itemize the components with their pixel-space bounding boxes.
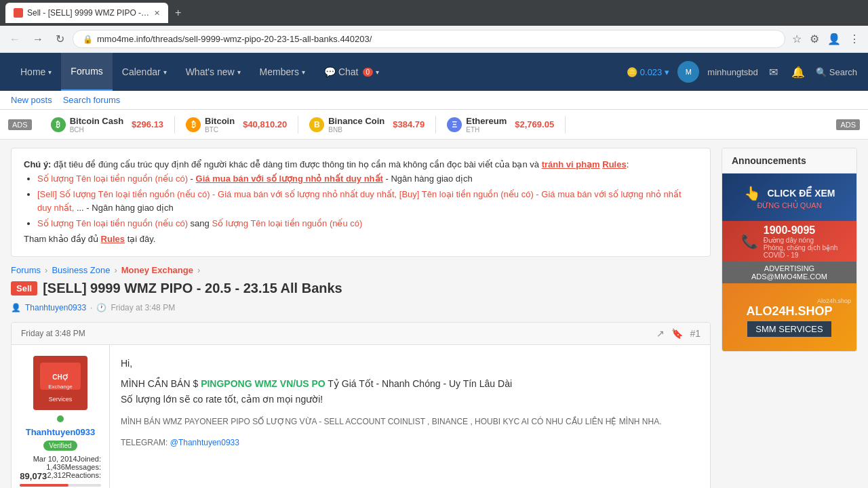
notice-rules-link[interactable]: Rules bbox=[602, 159, 626, 169]
btc-price: $40,810.20 bbox=[243, 119, 287, 129]
ad1-click-text: 👆 CLICK ĐỂ XEM bbox=[744, 185, 835, 201]
bookmark-icon[interactable]: ☆ bbox=[789, 30, 804, 48]
btc-cash-info: Bitcoin Cash BCH bbox=[70, 116, 123, 134]
nav-whatsnew[interactable]: What's new ▾ bbox=[176, 53, 250, 91]
post-container: Friday at 3:48 PM ↗ 🔖 #1 CHỢ Exchange bbox=[11, 322, 711, 488]
crypto-eth[interactable]: Ξ Ethereum ETH $2,769.05 bbox=[436, 116, 566, 134]
crypto-value-display: 🪙 0.023 ▾ bbox=[627, 67, 670, 77]
thread-title-area: Sell [SELL] 9999 WMZ PIPO - 20.5 - 23.15… bbox=[11, 281, 711, 296]
nav-members[interactable]: Members ▾ bbox=[250, 53, 315, 91]
crypto-bnb[interactable]: B Binance Coin BNB $384.79 bbox=[298, 116, 436, 134]
header-nav: Home ▾ Forums Calendar ▾ What's new ▾ Me… bbox=[11, 53, 627, 91]
crypto-btc-cash[interactable]: ₿ Bitcoin Cash BCH $296.13 bbox=[40, 116, 175, 134]
bnb-icon: B bbox=[309, 117, 324, 132]
nav-home-label: Home bbox=[20, 66, 45, 77]
breadcrumb-business-zone[interactable]: Business Zone bbox=[52, 265, 110, 275]
bell-icon[interactable]: 🔔 bbox=[789, 63, 808, 81]
breadcrumb-forums[interactable]: Forums bbox=[11, 265, 41, 275]
messages-value: 1,436 bbox=[46, 463, 65, 471]
cursor-icon: 👆 bbox=[744, 185, 761, 201]
new-posts-link[interactable]: New posts bbox=[11, 95, 52, 105]
address-bar[interactable]: 🔒 mmo4me.info/threads/sell-9999-wmz-pipo… bbox=[73, 30, 785, 48]
nav-calendar[interactable]: Calendar ▾ bbox=[113, 53, 176, 91]
ad-banner-2[interactable]: 📞 1900-9095 Đường dây nóng Phòng, chống … bbox=[722, 221, 856, 262]
user-avatar-large: CHỢ Exchange Services bbox=[33, 356, 87, 410]
btc-cash-name: Bitcoin Cash bbox=[70, 116, 123, 126]
reload-button[interactable]: ↻ bbox=[52, 30, 68, 48]
notice-item-1-bank: - Ngân hàng giao dịch bbox=[385, 174, 472, 184]
site-header: Home ▾ Forums Calendar ▾ What's new ▾ Me… bbox=[0, 53, 868, 91]
bnb-name: Binance Coin bbox=[328, 116, 384, 126]
avatar[interactable]: M bbox=[677, 61, 699, 83]
notice-footer: Tham khảo đầy đủ Rules tại đây. bbox=[24, 232, 698, 247]
tab-favicon bbox=[14, 8, 23, 18]
clock-icon: 🕐 bbox=[96, 303, 106, 312]
bnb-price: $384.79 bbox=[393, 119, 425, 129]
notice-item-3-sang: sang bbox=[191, 218, 212, 228]
crypto-btc[interactable]: ₿ Bitcoin BTC $40,810.20 bbox=[175, 116, 298, 134]
svg-text:Services: Services bbox=[49, 396, 73, 403]
post-sidebar: CHỢ Exchange Services Thanhtuyen0933 Ver… bbox=[12, 345, 110, 488]
nav-calendar-label: Calendar bbox=[122, 66, 161, 77]
nav-home-chevron: ▾ bbox=[48, 68, 52, 76]
browser-chrome: Sell - [SELL] 9999 WMZ PIPO - 20... ✕ + bbox=[0, 0, 868, 26]
ad1-click-label: CLICK ĐỂ XEM bbox=[768, 188, 835, 199]
nav-chat-label: Chat bbox=[338, 66, 359, 77]
notice-violation: tránh vi phạm bbox=[542, 159, 600, 169]
mail-icon[interactable]: ✉ bbox=[766, 63, 781, 81]
ads-badge-right: ADS bbox=[836, 119, 860, 130]
ad2-line2: Phòng, chống dịch bệnh bbox=[764, 244, 838, 251]
breadcrumb-sep-2: › bbox=[114, 265, 117, 275]
notice-item-2-bank: - Ngân hàng giao dịch bbox=[86, 203, 173, 213]
browser-toolbar: ← → ↻ 🔒 mmo4me.info/threads/sell-9999-wm… bbox=[0, 26, 868, 53]
post-text: Hi, MÌNH CẦN BÁN $ PINGPONG WMZ VN/US PO… bbox=[121, 356, 699, 449]
search-forums-link[interactable]: Search forums bbox=[63, 95, 121, 105]
forward-button[interactable]: → bbox=[28, 30, 47, 48]
nav-forums[interactable]: Forums bbox=[61, 53, 112, 91]
breadcrumb-sep-1: › bbox=[45, 265, 47, 275]
nav-whatsnew-chevron: ▾ bbox=[237, 68, 241, 76]
breadcrumb-current[interactable]: Money Exchange bbox=[121, 265, 193, 275]
search-label: Search bbox=[829, 67, 857, 77]
eth-icon: Ξ bbox=[447, 117, 462, 132]
notice-item-1-text: Số lượng Tên loại tiền nguồn (nếu có) bbox=[37, 174, 188, 184]
crypto-value: 0.023 bbox=[640, 67, 663, 77]
nav-home[interactable]: Home ▾ bbox=[11, 53, 61, 91]
post-tagline: Tỷ Giá Tốt - Nhanh Chóng - Uy Tín Lâu Dà… bbox=[328, 378, 512, 389]
notice-item-3-a: Số lượng Tên loại tiền nguồn (nếu có) bbox=[37, 218, 188, 228]
notice-rules-link-2[interactable]: Rules bbox=[101, 234, 125, 244]
chat-badge: 0 bbox=[363, 68, 374, 77]
sub-nav: New posts Search forums bbox=[0, 91, 868, 110]
extensions-icon[interactable]: ⚙ bbox=[807, 30, 822, 48]
btc-cash-code: BCH bbox=[70, 126, 123, 134]
menu-icon[interactable]: ⋮ bbox=[846, 30, 863, 48]
telegram-handle[interactable]: @Thanhtuyen0933 bbox=[170, 438, 239, 447]
new-tab-button[interactable]: + bbox=[172, 4, 184, 22]
browser-tab[interactable]: Sell - [SELL] 9999 WMZ PIPO - 20... ✕ bbox=[5, 3, 168, 23]
crypto-ticker: ADS ₿ Bitcoin Cash BCH $296.13 ₿ Bitcoin… bbox=[0, 110, 868, 140]
ad-banner-3[interactable]: Alo24h.shop ALO24H.SHOP SMM SERVICES bbox=[722, 283, 856, 351]
close-tab-icon[interactable]: ✕ bbox=[154, 9, 160, 18]
btc-cash-price: $296.13 bbox=[132, 119, 163, 129]
post-username-link[interactable]: Thanhtuyen0933 bbox=[20, 427, 101, 437]
back-button[interactable]: ← bbox=[5, 30, 24, 48]
post-main-line: MÌNH CẦN BÁN $ PINGPONG WMZ VN/US PO Tỷ … bbox=[121, 376, 699, 392]
ad-banner-1[interactable]: 👆 CLICK ĐỂ XEM ĐỪNG CHỦ QUAN bbox=[722, 174, 856, 221]
share-post-icon[interactable]: ↗ bbox=[656, 328, 665, 339]
messages-label: Messages: bbox=[65, 463, 101, 471]
thread-author-link[interactable]: Thanhtuyen0933 bbox=[25, 303, 86, 312]
search-button[interactable]: 🔍 Search bbox=[816, 67, 857, 77]
ad1-warning: ĐỪNG CHỦ QUAN bbox=[757, 201, 821, 210]
joined-label: Joined: bbox=[77, 455, 101, 463]
username-link[interactable]: minhungtsbd bbox=[707, 67, 757, 77]
nav-chat-chevron: ▾ bbox=[376, 68, 379, 76]
nav-chat[interactable]: 💬 Chat 0 ▾ bbox=[315, 53, 389, 91]
meta-sep: · bbox=[90, 303, 92, 312]
ads-badge-left: ADS bbox=[8, 119, 32, 130]
nav-members-label: Members bbox=[260, 66, 299, 77]
profile-icon[interactable]: 👤 bbox=[825, 30, 844, 48]
notice-refer: Tham khảo đầy đủ bbox=[24, 234, 101, 244]
breadcrumb: Forums › Business Zone › Money Exchange … bbox=[11, 265, 711, 275]
notice-item-1: Số lượng Tên loại tiền nguồn (nếu có) - … bbox=[37, 172, 698, 186]
bookmark-post-icon[interactable]: 🔖 bbox=[671, 328, 683, 339]
